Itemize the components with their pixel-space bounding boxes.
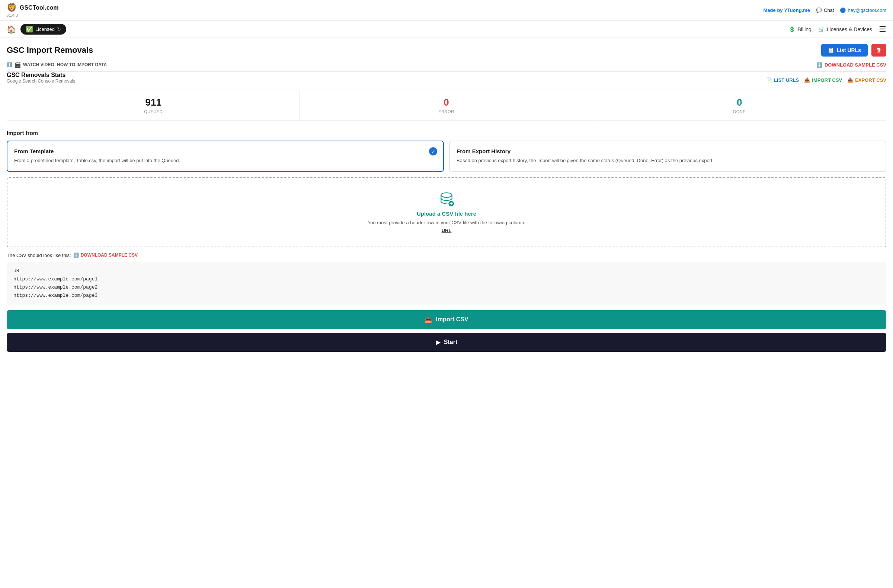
list-urls-icon: 📋 <box>828 47 834 53</box>
export-csv-action-label: EXPORT CSV <box>855 77 886 83</box>
template-desc: From a predefined template, Table.csv, t… <box>14 157 436 164</box>
header-actions: 📋 List URLs 🗑 <box>821 44 886 57</box>
queued-label: QUEUED <box>11 110 296 114</box>
licenses-devices-button[interactable]: 🛒 Licenses & Devices <box>818 26 872 32</box>
download-sample-link-bottom[interactable]: ⬇️ DOWNLOAD SAMPLE CSV <box>73 252 138 258</box>
download-sample-link-top[interactable]: ⬇️ DOWNLOAD SAMPLE CSV <box>816 62 886 68</box>
csv-line-1: URL <box>14 267 879 275</box>
licenses-label: Licenses & Devices <box>827 26 872 32</box>
stats-title-group: GSC Removals Stats Google Search Console… <box>7 72 75 88</box>
app-name: GSCTool.com <box>20 4 59 11</box>
stats-section: GSC Removals Stats Google Search Console… <box>0 72 893 126</box>
csv-preview: URL https://www.example.com/page1 https:… <box>7 262 886 305</box>
upload-column-label: URL <box>15 228 878 233</box>
app-logo: 🦁 GSCTool.com <box>7 3 59 13</box>
import-csv-action[interactable]: 📥 IMPORT CSV <box>804 77 842 83</box>
import-template-option[interactable]: From Template From a predefined template… <box>7 141 444 172</box>
billing-icon: 💲 <box>789 26 795 32</box>
chat-button[interactable]: 💬 Chat <box>816 8 834 13</box>
check-icon: ✅ <box>26 26 33 33</box>
licensed-label: Licensed <box>35 26 55 32</box>
csv-sample-section: The CSV should look like this: ⬇️ DOWNLO… <box>0 252 893 310</box>
billing-label: Billing <box>797 26 811 32</box>
home-button[interactable]: 🏠 <box>7 25 16 34</box>
stat-done: 0 DONE <box>593 90 886 120</box>
upload-section: Upload a CSV file here You must provide … <box>0 177 893 252</box>
history-desc: Based on previous export history, the im… <box>457 157 879 164</box>
stats-subtitle: Google Search Console Removals <box>7 78 75 84</box>
list-urls-action-icon: 📄 <box>766 77 772 83</box>
download-sample-label-top: DOWNLOAD SAMPLE CSV <box>825 62 886 68</box>
page-header: GSC Import Removals 📋 List URLs 🗑 <box>0 38 893 60</box>
selected-check-icon: ✓ <box>429 147 437 156</box>
import-csv-button-icon: 📥 <box>424 316 432 323</box>
topbar-left: 🦁 GSCTool.com v1.4.3 <box>7 3 59 18</box>
watch-video-label: WATCH VIDEO: HOW TO IMPORT DATA <box>23 62 107 68</box>
csv-note-text: The CSV should look like this: <box>7 252 71 258</box>
stats-grid: 911 QUEUED 0 ERROR 0 DONE <box>7 90 886 121</box>
upload-title: Upload a CSV file here <box>15 210 878 217</box>
database-upload-icon <box>439 191 454 207</box>
start-icon: ▶ <box>436 339 440 346</box>
download-sample-label-bottom: DOWNLOAD SAMPLE CSV <box>81 252 138 258</box>
download-icon-bottom: ⬇️ <box>73 252 79 258</box>
export-csv-action[interactable]: 📤 EXPORT CSV <box>847 77 886 83</box>
info-bar: ℹ️ 🎬 WATCH VIDEO: HOW TO IMPORT DATA ⬇️ … <box>0 60 893 71</box>
navbar-left: 🏠 ✅ Licensed ↻ <box>7 24 66 34</box>
import-csv-action-label: IMPORT CSV <box>812 77 842 83</box>
stats-actions: 📄 LIST URLS 📥 IMPORT CSV 📤 EXPORT CSV <box>766 77 886 83</box>
chat-icon: 💬 <box>816 8 822 13</box>
template-title: From Template <box>14 148 436 154</box>
csv-line-2: https://www.example.com/page1 <box>14 275 879 284</box>
page-title: GSC Import Removals <box>7 45 93 55</box>
done-value: 0 <box>597 97 882 108</box>
error-label: ERROR <box>304 110 589 114</box>
import-csv-button[interactable]: 📥 Import CSV <box>7 310 886 329</box>
menu-button[interactable]: ☰ <box>879 24 886 34</box>
list-urls-button[interactable]: 📋 List URLs <box>821 44 868 57</box>
queued-value: 911 <box>11 97 296 108</box>
list-urls-action-label: LIST URLS <box>774 77 799 83</box>
import-options: From Template From a predefined template… <box>7 141 886 172</box>
email-link[interactable]: 🔵 hey@gsctool.com <box>840 8 886 13</box>
licenses-icon: 🛒 <box>818 26 825 32</box>
video-emoji: 🎬 <box>15 62 21 68</box>
billing-button[interactable]: 💲 Billing <box>789 26 811 32</box>
csv-line-3: https://www.example.com/page2 <box>14 284 879 292</box>
app-version: v1.4.3 <box>7 13 59 18</box>
stats-header: GSC Removals Stats Google Search Console… <box>7 72 886 88</box>
list-urls-action[interactable]: 📄 LIST URLS <box>766 77 799 83</box>
navbar-right: 💲 Billing 🛒 Licenses & Devices ☰ <box>789 24 886 34</box>
stat-queued: 911 QUEUED <box>7 90 300 120</box>
upload-desc: You must provide a header row in your CS… <box>15 220 878 225</box>
stats-title: GSC Removals Stats <box>7 72 75 78</box>
licensed-badge[interactable]: ✅ Licensed ↻ <box>21 24 66 34</box>
done-label: DONE <box>597 110 882 114</box>
import-csv-button-label: Import CSV <box>436 316 468 323</box>
action-buttons: 📥 Import CSV ▶ Start <box>0 310 893 357</box>
start-button[interactable]: ▶ Start <box>7 333 886 352</box>
info-icon: ℹ️ <box>7 62 12 68</box>
start-label: Start <box>444 339 457 345</box>
list-urls-label: List URLs <box>837 47 861 53</box>
made-by-text: Made by YTuong.me <box>764 8 810 13</box>
import-csv-action-icon: 📥 <box>804 77 810 83</box>
watch-video-link[interactable]: ℹ️ 🎬 WATCH VIDEO: HOW TO IMPORT DATA <box>7 62 107 68</box>
import-section: Import from From Template From a predefi… <box>0 126 893 177</box>
logo-icon: 🦁 <box>7 3 17 13</box>
error-value: 0 <box>304 97 589 108</box>
stat-error: 0 ERROR <box>300 90 593 120</box>
svg-point-0 <box>441 193 452 198</box>
chat-label: Chat <box>824 8 834 13</box>
import-history-option[interactable]: From Export History Based on previous ex… <box>449 141 886 172</box>
history-title: From Export History <box>457 148 879 154</box>
delete-button[interactable]: 🗑 <box>871 44 886 57</box>
import-from-title: Import from <box>7 130 886 136</box>
csv-line-4: https://www.example.com/page3 <box>14 292 879 300</box>
upload-area[interactable]: Upload a CSV file here You must provide … <box>7 177 886 248</box>
email-icon: 🔵 <box>840 8 846 13</box>
refresh-icon[interactable]: ↻ <box>57 26 61 32</box>
topbar: 🦁 GSCTool.com v1.4.3 Made by YTuong.me 💬… <box>0 0 893 21</box>
navbar: 🏠 ✅ Licensed ↻ 💲 Billing 🛒 Licenses & De… <box>0 21 893 38</box>
delete-icon: 🗑 <box>876 47 882 53</box>
